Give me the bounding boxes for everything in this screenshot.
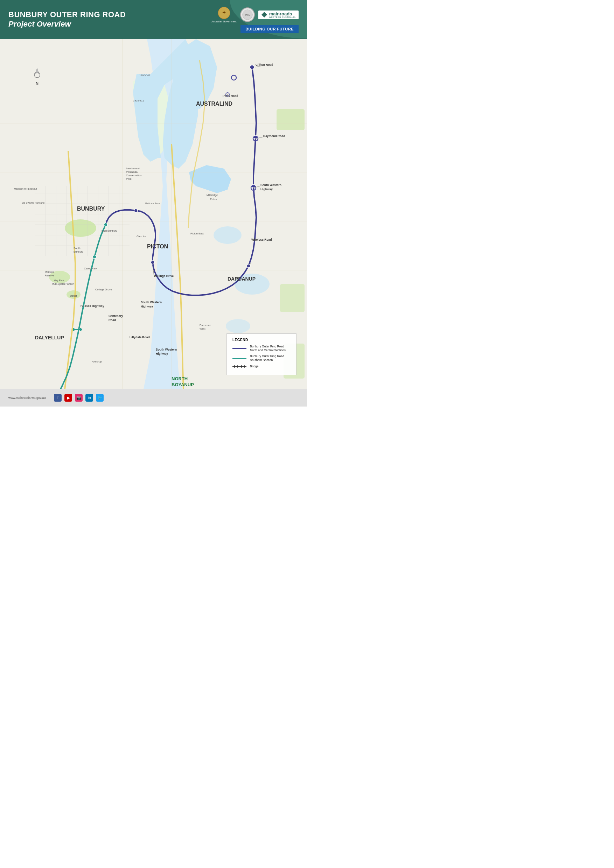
svg-text:Dardenup: Dardenup <box>199 324 211 327</box>
linkedin-icon[interactable]: in <box>85 394 93 401</box>
svg-text:✦: ✦ <box>222 9 226 16</box>
legend-text-bridge: Bridge <box>250 364 259 368</box>
svg-text:Clifton Road: Clifton Road <box>255 63 274 67</box>
facebook-icon[interactable]: f <box>54 394 62 401</box>
wa-seal-icon: WA <box>241 7 255 22</box>
svg-text:Conservation: Conservation <box>126 174 141 177</box>
svg-text:Maidens: Maidens <box>45 271 54 273</box>
svg-text:Centenary: Centenary <box>109 314 123 318</box>
svg-point-42 <box>134 209 138 212</box>
svg-point-45 <box>93 255 96 259</box>
svg-text:Glen Ins: Glen Ins <box>137 235 146 238</box>
mainroads-logo: mainroads WESTERN AUSTRALIA <box>258 11 298 19</box>
header: BUNBURY OUTER RING ROAD Project Overview… <box>0 0 307 39</box>
australian-government-logo: ✦ Australian Government <box>211 6 237 23</box>
header-left: BUNBURY OUTER RING ROAD Project Overview <box>8 10 211 29</box>
svg-text:DALYELLUP: DALYELLUP <box>35 335 64 340</box>
north-arrow: N <box>31 67 43 85</box>
svg-rect-15 <box>280 284 305 312</box>
svg-text:Reserve: Reserve <box>45 274 54 277</box>
svg-text:South: South <box>73 246 81 250</box>
svg-text:Marlston Hill Lookout: Marlston Hill Lookout <box>14 188 37 190</box>
svg-text:Leschenault: Leschenault <box>126 167 140 170</box>
legend-item-bridge: Bridge <box>232 364 291 368</box>
svg-point-37 <box>250 65 254 69</box>
svg-text:College Grove: College Grove <box>95 288 112 291</box>
building-future-badge: BUILDING OUR FUTURE <box>241 25 298 33</box>
legend-line-teal <box>232 358 246 359</box>
svg-text:Gelorup: Gelorup <box>92 360 102 363</box>
svg-text:Peninsula: Peninsula <box>126 170 138 174</box>
svg-text:Highway: Highway <box>141 305 153 308</box>
svg-marker-6 <box>261 12 267 17</box>
svg-text:Big Swamp Parkland: Big Swamp Parkland <box>22 202 45 204</box>
header-logos: ✦ Australian Government WA mainroads <box>211 6 298 23</box>
youtube-icon[interactable]: ▶ <box>64 394 72 401</box>
svg-text:Millbridge: Millbridge <box>207 194 218 197</box>
map-container: AUSTRALIND BUNBURY PICTON DALYELLUP DARD… <box>0 39 307 389</box>
footer-url: www.mainroads.wa.gov.au <box>8 396 45 400</box>
mainroads-sub: WESTERN AUSTRALIA <box>269 16 296 18</box>
svg-text:1905/411: 1905/411 <box>133 99 144 102</box>
svg-text:Carey Park: Carey Park <box>84 267 97 270</box>
legend: LEGEND Bunbury Outer Ring RoadNorth and … <box>227 333 297 375</box>
svg-text:Paris Road: Paris Road <box>222 94 238 98</box>
svg-text:Bunbury: Bunbury <box>73 250 83 253</box>
legend-text-south: Bunbury Outer Ring RoadSouthern Section <box>250 354 284 362</box>
svg-marker-112 <box>35 68 39 74</box>
svg-text:Lillydale Road: Lillydale Road <box>129 335 150 339</box>
svg-text:DARDANUP: DARDANUP <box>227 276 255 282</box>
svg-text:Raymond Road: Raymond Road <box>263 134 285 138</box>
svg-text:Wireless Road: Wireless Road <box>251 238 272 242</box>
svg-text:Bussell Highway: Bussell Highway <box>81 304 104 308</box>
svg-text:Highway: Highway <box>260 188 273 191</box>
legend-text-north: Bunbury Outer Ring RoadNorth and Central… <box>250 345 286 352</box>
svg-text:NORTH: NORTH <box>171 376 188 381</box>
svg-text:AUSTRALIND: AUSTRALIND <box>196 101 232 107</box>
mainroads-text: mainroads WESTERN AUSTRALIA <box>269 12 296 18</box>
svg-text:1300/542: 1300/542 <box>139 74 150 77</box>
svg-text:BOYANUP: BOYANUP <box>171 382 194 387</box>
svg-text:South Western: South Western <box>260 183 281 187</box>
coat-of-arms-icon: ✦ <box>218 6 231 20</box>
svg-text:Hay Park: Hay Park <box>54 279 64 282</box>
twitter-icon[interactable]: 🐦 <box>96 394 104 401</box>
svg-text:BUNBURY: BUNBURY <box>77 206 105 212</box>
bridge-icon <box>232 364 246 368</box>
social-icons: f ▶ 📷 in 🐦 <box>54 394 104 401</box>
title-line1: BUNBURY OUTER RING ROAD <box>8 10 211 19</box>
instagram-icon[interactable]: 📷 <box>75 394 82 401</box>
svg-point-44 <box>104 223 107 226</box>
wa-seal-logo: WA <box>240 7 255 22</box>
mainroads-diamond-icon <box>261 12 267 18</box>
legend-item-north: Bunbury Outer Ring RoadNorth and Central… <box>232 345 291 352</box>
svg-point-113 <box>34 72 40 78</box>
svg-text:West: West <box>199 327 206 330</box>
svg-text:Usher: Usher <box>70 294 77 298</box>
svg-text:Picton East: Picton East <box>190 232 204 235</box>
svg-text:Highway: Highway <box>156 352 168 355</box>
svg-point-10 <box>226 319 250 333</box>
title-line2: Project Overview <box>8 19 211 29</box>
svg-text:South Western: South Western <box>156 348 177 351</box>
header-right: ✦ Australian Government WA mainroads <box>211 6 298 33</box>
footer: www.mainroads.wa.gov.au f ▶ 📷 in 🐦 <box>0 389 307 406</box>
svg-text:Multi-Sports Pavilion: Multi-Sports Pavilion <box>52 283 74 285</box>
svg-point-11 <box>65 219 96 237</box>
north-label: N <box>36 81 39 85</box>
svg-text:South Western: South Western <box>141 301 162 304</box>
svg-text:WA: WA <box>245 13 250 17</box>
aus-gov-text: Australian Government <box>211 20 237 23</box>
svg-text:Eaton: Eaton <box>210 198 217 201</box>
svg-point-8 <box>213 226 241 244</box>
svg-rect-14 <box>277 109 305 130</box>
mainroads-name: mainroads <box>269 12 296 16</box>
svg-text:PICTON: PICTON <box>147 243 168 250</box>
svg-text:Park: Park <box>126 177 132 181</box>
svg-text:East Bunbury: East Bunbury <box>101 229 117 232</box>
north-arrow-icon <box>31 67 43 81</box>
svg-text:Road: Road <box>109 318 116 322</box>
legend-title: LEGEND <box>232 338 291 342</box>
legend-line-dark <box>232 348 246 349</box>
svg-text:Pelican Point: Pelican Point <box>145 202 161 205</box>
